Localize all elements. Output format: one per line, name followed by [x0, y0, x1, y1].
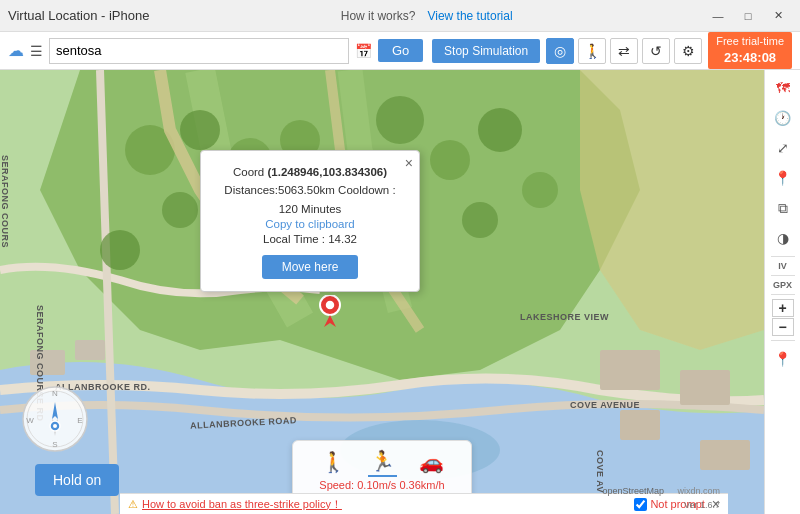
zoom-in-button[interactable]: +: [772, 299, 794, 317]
expand-icon-button[interactable]: ⤢: [768, 134, 798, 162]
warning-link[interactable]: How to avoid ban as three-strike policy！: [142, 497, 342, 512]
not-prompt-checkbox[interactable]: [634, 498, 647, 511]
speed-kmh: 0.36km/h: [399, 479, 444, 491]
speed-panel: 🚶 🏃 🚗 Speed: 0.10m/s 0.36km/h: [292, 440, 472, 500]
svg-point-12: [100, 230, 140, 270]
svg-point-31: [53, 424, 57, 428]
sidebar-divider-2: [771, 275, 795, 276]
go-button[interactable]: Go: [378, 39, 423, 62]
gpx-label: GPX: [773, 280, 792, 290]
layers-icon-button[interactable]: ⧉: [768, 194, 798, 222]
help-prefix: How it works?: [341, 9, 416, 23]
trial-label: Free trial-time: [716, 34, 784, 49]
compass: N S W E: [20, 384, 90, 454]
svg-rect-15: [620, 410, 660, 440]
road-label-cove-avenue: COVE AVENUE: [570, 400, 640, 410]
map-watermark: wixdn.com: [677, 486, 720, 496]
popup-coord-value: (1.248946,103.834306): [267, 166, 387, 178]
walk-icon-button[interactable]: 🚶: [578, 38, 606, 64]
close-button[interactable]: ✕: [764, 5, 792, 27]
calendar-icon[interactable]: 📅: [355, 43, 372, 59]
svg-rect-14: [680, 370, 730, 405]
popup-distances: Distances:5063.50km Cooldown : 120 Minut…: [217, 181, 403, 218]
sidebar-divider-3: [771, 294, 795, 295]
iv-label: IV: [778, 261, 787, 271]
svg-point-21: [325, 300, 335, 310]
map-icon-button[interactable]: 🗺: [768, 74, 798, 102]
svg-point-10: [478, 108, 522, 152]
road-label-lakeshore: LAKESHORE VIEW: [520, 312, 609, 322]
copy-to-clipboard-link[interactable]: Copy to clipboard: [217, 218, 403, 230]
map-popup: × Coord (1.248946,103.834306) Distances:…: [200, 150, 420, 292]
zoom-out-button[interactable]: −: [772, 318, 794, 336]
svg-rect-18: [75, 340, 105, 360]
hold-on-button[interactable]: Hold on: [35, 464, 119, 496]
trial-time: 23:48:08: [716, 49, 784, 67]
svg-point-4: [162, 192, 198, 228]
move-here-button[interactable]: Move here: [262, 255, 359, 279]
map-version: Ver 1.6.7: [684, 500, 720, 510]
toggle-icon-button[interactable]: ◑: [768, 224, 798, 252]
svg-rect-16: [700, 440, 750, 470]
search-input[interactable]: [49, 38, 349, 64]
sidebar-divider-4: [771, 340, 795, 341]
svg-text:S: S: [52, 440, 57, 449]
restore-button[interactable]: □: [734, 5, 762, 27]
speed-label: Speed:: [319, 479, 354, 491]
svg-point-2: [180, 110, 220, 150]
svg-point-7: [430, 140, 470, 180]
minimize-button[interactable]: —: [704, 5, 732, 27]
refresh-icon-button[interactable]: ↺: [642, 38, 670, 64]
location-icon-button[interactable]: ◎: [546, 38, 574, 64]
road-label-serafong-cours: SERAFONG COURS: [0, 155, 10, 248]
help-link[interactable]: View the tutorial: [427, 9, 512, 23]
svg-point-6: [376, 96, 424, 144]
svg-text:N: N: [52, 389, 58, 398]
walk-speed-button[interactable]: 🚶: [319, 447, 348, 477]
speed-value: 0.10m/s: [357, 479, 396, 491]
map-attribution: openStreetMap: [602, 486, 664, 496]
route-icon-button[interactable]: ⇄: [610, 38, 638, 64]
popup-close-button[interactable]: ×: [405, 155, 413, 171]
speed-display: Speed: 0.10m/s 0.36km/h: [319, 479, 444, 491]
clock-icon-button[interactable]: 🕐: [768, 104, 798, 132]
stop-simulation-button[interactable]: Stop Simulation: [432, 39, 540, 63]
popup-local-time: Local Time : 14.32: [217, 230, 403, 248]
sidebar-divider-1: [771, 256, 795, 257]
svg-point-11: [522, 172, 558, 208]
svg-point-8: [462, 202, 498, 238]
svg-rect-13: [600, 350, 660, 390]
warning-icon: ⚠: [128, 498, 138, 511]
warning-bar: ⚠ How to avoid ban as three-strike polic…: [120, 493, 728, 514]
settings-icon-button[interactable]: ⚙: [674, 38, 702, 64]
svg-text:W: W: [26, 416, 34, 425]
trial-box: Free trial-time 23:48:08: [708, 32, 792, 70]
right-sidebar: 🗺 🕐 ⤢ 📍 ⧉ ◑ IV GPX + − 📍: [764, 70, 800, 514]
popup-coord-label: Coord: [233, 166, 268, 178]
svg-text:E: E: [77, 416, 82, 425]
pin-icon-button[interactable]: 📍: [768, 164, 798, 192]
map-pin[interactable]: [317, 295, 343, 334]
app-title: Virtual Location - iPhone: [8, 8, 149, 23]
cove-pin-button[interactable]: 📍: [768, 345, 798, 373]
map[interactable]: SERAFONG COURS SERAFONG COURSE RD ALLANB…: [0, 70, 764, 514]
zoom-controls: + −: [772, 299, 794, 336]
run-speed-button[interactable]: 🏃: [368, 447, 397, 477]
car-speed-button[interactable]: 🚗: [417, 447, 446, 477]
cloud-icon: ☁: [8, 41, 24, 60]
list-icon: ☰: [30, 43, 43, 59]
